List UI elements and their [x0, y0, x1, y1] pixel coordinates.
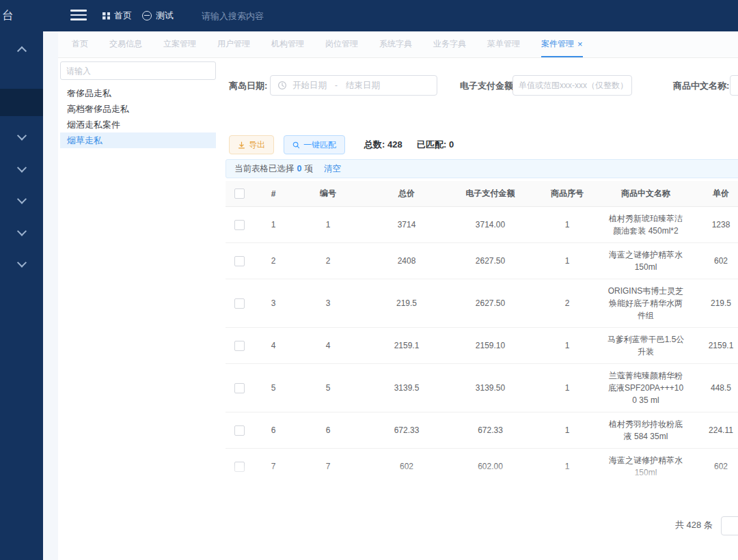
cell-seq: 2 — [530, 279, 605, 328]
sidebar-menu-item[interactable] — [0, 42, 43, 56]
cell-epay: 3139.50 — [451, 364, 530, 412]
table-row: 2224082627.501海蓝之谜修护精萃水 150ml602 — [226, 243, 738, 279]
results-table: #编号总价电子支付金额商品序号商品中文名称单价 1137143714.001植村… — [226, 181, 738, 483]
selection-suffix: 项 — [304, 163, 313, 175]
column-header: 商品中文名称 — [605, 181, 687, 207]
tab-案件管理[interactable]: 案件管理× — [541, 31, 583, 57]
sidebar-active-item[interactable] — [0, 89, 43, 116]
case-type-item[interactable]: 奢侈品走私 — [60, 85, 216, 101]
cell-code: 6 — [294, 412, 362, 449]
select-all-checkbox[interactable] — [234, 188, 245, 199]
cell-num: 4 — [253, 328, 294, 364]
tab-label: 菜单管理 — [487, 38, 520, 50]
sidebar-menu-item[interactable] — [0, 130, 43, 143]
sidebar-gutter — [43, 31, 58, 560]
grid-icon — [102, 12, 110, 20]
nav-test-label: 测试 — [156, 10, 174, 22]
date-separator: - — [335, 81, 338, 90]
cell-unit: 448.5 — [687, 364, 738, 412]
cell-unit: 2159.1 — [687, 328, 738, 364]
case-type-list: 奢侈品走私高档奢侈品走私烟酒走私案件烟草走私 — [60, 85, 216, 148]
nav-item-test[interactable]: 测试 — [142, 0, 174, 31]
end-date-placeholder[interactable]: 结束日期 — [346, 80, 380, 92]
chevron-up-icon — [16, 46, 26, 56]
export-button[interactable]: 导出 — [229, 135, 274, 154]
chevron-down-icon — [16, 163, 26, 173]
tree-filter-input[interactable] — [60, 61, 216, 80]
cell-name: 海蓝之谜修护精萃水 150ml — [605, 449, 687, 484]
global-search-input[interactable] — [200, 10, 305, 22]
cell-unit: 1238 — [687, 207, 738, 243]
row-checkbox[interactable] — [234, 220, 245, 230]
product-name-input[interactable] — [730, 75, 738, 96]
cell-epay: 2159.10 — [451, 328, 530, 364]
cell-name: 兰蔻菁纯臻颜精华粉底液SPF20PA+++100 35 ml — [605, 364, 687, 412]
tab-立案管理[interactable]: 立案管理 — [163, 31, 196, 57]
column-header: 总价 — [362, 181, 451, 207]
depart-date-label: 离岛日期: — [229, 75, 267, 97]
case-type-item[interactable]: 烟酒走私案件 — [60, 117, 216, 132]
clear-selection-link[interactable]: 清空 — [324, 163, 341, 175]
content-area: 首页交易信息立案管理用户管理机构管理岗位管理系统字典业务字典菜单管理案件管理× … — [58, 31, 738, 560]
close-icon[interactable]: × — [577, 40, 583, 48]
row-checkbox[interactable] — [234, 341, 245, 351]
cell-epay: 2627.50 — [451, 243, 530, 279]
start-date-placeholder[interactable]: 开始日期 — [292, 80, 327, 92]
menu-toggle-icon[interactable] — [70, 10, 87, 22]
tab-交易信息[interactable]: 交易信息 — [109, 31, 142, 57]
case-type-item[interactable]: 高档奢侈品走私 — [60, 101, 216, 117]
case-type-item[interactable]: 烟草走私 — [60, 132, 216, 148]
tab-label: 首页 — [72, 38, 88, 50]
cell-code: 1 — [294, 207, 362, 243]
row-checkbox[interactable] — [234, 462, 245, 472]
one-click-match-button[interactable]: 一键匹配 — [284, 135, 345, 154]
row-checkbox[interactable] — [234, 298, 245, 309]
clock-icon — [277, 81, 287, 90]
tab-首页[interactable]: 首页 — [72, 31, 88, 57]
row-checkbox[interactable] — [234, 383, 245, 393]
cell-num: 5 — [253, 364, 294, 412]
cell-name: ORIGINS韦博士灵芝焕能好底子精华水两件组 — [605, 279, 687, 328]
table-row: 553139.53139.501兰蔻菁纯臻颜精华粉底液SPF20PA+++100… — [226, 364, 738, 412]
chevron-down-icon — [16, 131, 26, 141]
cell-seq: 1 — [530, 328, 605, 364]
epay-amount-input[interactable] — [512, 75, 632, 96]
tab-系统字典[interactable]: 系统字典 — [379, 31, 412, 57]
cell-num: 3 — [253, 279, 294, 328]
page-size-select[interactable] — [721, 516, 738, 535]
cell-code: 3 — [294, 279, 362, 328]
sidebar-menu-item[interactable] — [0, 257, 43, 270]
tab-label: 用户管理 — [217, 38, 250, 50]
tab-岗位管理[interactable]: 岗位管理 — [325, 31, 358, 57]
top-navbar: 台 首页 测试 — [0, 0, 738, 31]
cell-num: 7 — [253, 449, 294, 484]
date-range-picker[interactable]: 开始日期 - 结束日期 — [270, 75, 437, 96]
tab-用户管理[interactable]: 用户管理 — [217, 31, 250, 57]
cell-total: 672.33 — [362, 412, 451, 449]
cell-code: 5 — [294, 364, 362, 412]
sidebar-menu-item[interactable] — [0, 193, 43, 207]
sidebar-menu-item[interactable] — [0, 162, 43, 176]
pagination-total: 共 428 条 — [675, 519, 713, 531]
cell-seq: 1 — [530, 449, 605, 484]
pagination-bar: 共 428 条 — [226, 515, 738, 537]
tab-业务字典[interactable]: 业务字典 — [433, 31, 466, 57]
cell-total: 2408 — [362, 243, 451, 279]
export-button-label: 导出 — [249, 139, 265, 151]
nav-item-home[interactable]: 首页 — [102, 0, 132, 31]
sidebar-menu-item[interactable] — [0, 225, 43, 239]
tab-菜单管理[interactable]: 菜单管理 — [487, 31, 520, 57]
column-header: 单价 — [687, 181, 738, 207]
chevron-down-icon — [16, 227, 26, 236]
nav-home-label: 首页 — [114, 10, 132, 22]
row-checkbox[interactable] — [234, 256, 245, 266]
selection-info-bar: 当前表格已选择 0 项 清空 — [226, 159, 738, 178]
cell-num: 6 — [253, 412, 294, 449]
filter-row: 离岛日期: 开始日期 - 结束日期 电子支付金额: 商品中文名称: — [226, 75, 738, 97]
chevron-down-icon — [16, 258, 26, 268]
cell-total: 3139.5 — [362, 364, 451, 412]
row-checkbox[interactable] — [234, 425, 245, 436]
cell-code: 4 — [294, 328, 362, 364]
tab-机构管理[interactable]: 机构管理 — [271, 31, 304, 57]
tab-label: 交易信息 — [109, 38, 142, 50]
